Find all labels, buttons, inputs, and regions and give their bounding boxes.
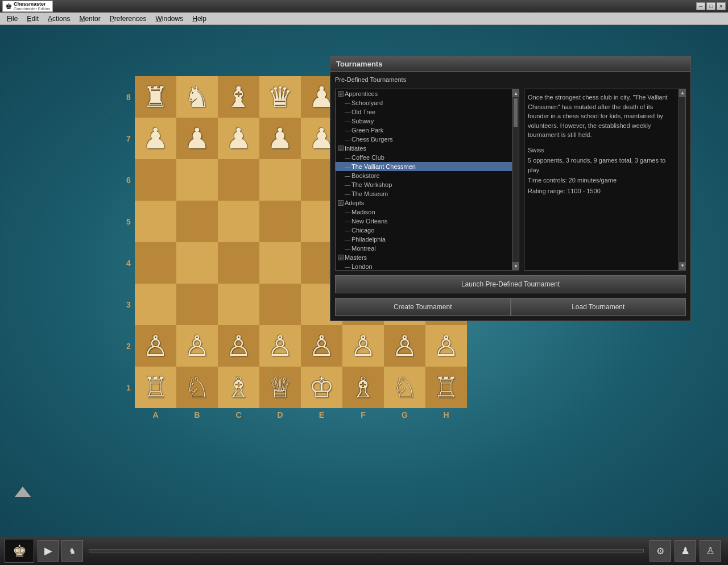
piece-h2: ♙ [433,332,459,360]
play-button[interactable]: ▶ [38,540,59,562]
tree-item-valiant-chessmen[interactable]: — The Valliant Chessmen [336,162,519,171]
tree-item-chess-burgers[interactable]: — Chess Burgers [336,135,519,144]
info-scrollbar[interactable]: ▲ ▼ [679,89,685,270]
status-right-icons: ⚙ ♟ ♙ [650,540,721,562]
tree-item-workshop[interactable]: — The Workshop [336,180,519,189]
piece-d8: ♛ [267,83,293,111]
tree-item-madison-label: Madison [351,209,375,215]
load-tournament-button[interactable]: Load Tournament [511,298,686,316]
tree-item-new-orleans-label: New Orleans [351,218,388,225]
cell-d4 [259,242,301,284]
tree-item-bookstore[interactable]: — Bookstore [336,171,519,180]
board-row-1: 1 ♖ ♘ ♗ ♕ ♔ ♗ ♘ ♖ [122,367,495,408]
close-button[interactable]: ✕ [717,2,726,10]
tree-item-chicago[interactable]: — Chicago [336,226,519,235]
app-subtitle: Grandmaster Edition [14,7,50,11]
cell-d1: ♕ [259,367,301,408]
tree-item-old-tree-label: Old Tree [351,109,375,115]
file-h: H [425,408,467,419]
minimize-button[interactable]: ─ [696,2,705,10]
rank-label-5: 5 [122,201,135,242]
piece-b2: ♙ [184,332,210,360]
menu-mentor[interactable]: Mentor [75,14,105,24]
tree-item-london[interactable]: — London [336,262,519,271]
predefined-label: Pre-Defined Tournaments [335,76,686,83]
expander-adepts[interactable]: - [338,200,344,206]
expander-initiates[interactable]: - [338,146,344,151]
info-opponents: 5 opponents, 3 rounds, 9 games total, 3 … [528,156,674,175]
cell-a5 [135,201,176,242]
piece-d2: ♙ [267,332,293,360]
piece-b8: ♞ [184,83,210,111]
logo-king-icon: ♚ [5,2,13,11]
tree-item-subway[interactable]: — Subway [336,117,519,126]
pawn-icon-button[interactable]: ♙ [700,540,721,562]
tree-item-philadelphia[interactable]: — Philadelphia [336,235,519,244]
tree-item-new-orleans[interactable]: — New Orleans [336,217,519,226]
cell-c1: ♗ [218,367,259,408]
piece-a1: ♖ [143,373,168,402]
cell-d5 [259,201,301,242]
file-g: G [384,408,425,419]
tree-item-montreal[interactable]: — Montreal [336,244,519,253]
menu-windows[interactable]: Windows [151,14,188,24]
piece-e1: ♔ [309,373,334,402]
tree-item-old-tree[interactable]: — Old Tree [336,107,519,117]
cell-b4 [176,242,218,284]
rank-label-8: 8 [122,76,135,118]
piece-c1: ♗ [226,373,251,402]
tree-item-madison[interactable]: — Madison [336,207,519,217]
launch-tournament-button[interactable]: Launch Pre-Defined Tournament [335,275,686,293]
app-title: Chessmaster [14,2,50,7]
tree-item-museum[interactable]: — The Museum [336,189,519,198]
info-scroll-up-button[interactable]: ▲ [679,89,686,97]
expander-masters[interactable]: - [338,255,344,260]
tree-item-coffee-club[interactable]: — Coffee Club [336,153,519,162]
piece-f1: ♗ [350,373,376,402]
board-row-2: 2 ♙ ♙ ♙ ♙ ♙ ♙ ♙ ♙ [122,325,495,367]
tree-group-apprentices-label: Apprentices [345,90,378,97]
tree-group-initiates-label: Initiates [345,145,366,152]
info-scroll-down-button[interactable]: ▼ [679,262,686,270]
panel-toggle-arrow[interactable] [15,487,31,497]
tree-scrollbar[interactable]: ▲ ▼ [512,89,519,270]
piece-icon-button[interactable]: ♟ [675,540,696,562]
tree-scroll-up-button[interactable]: ▲ [512,89,519,97]
menu-edit[interactable]: Edit [22,14,43,24]
cell-e2: ♙ [301,325,342,367]
cell-c2: ♙ [218,325,259,367]
tree-item-green-park[interactable]: — Green Park [336,126,519,135]
menu-file[interactable]: File [2,14,22,24]
file-f: F [342,408,384,419]
menu-actions[interactable]: Actions [43,14,75,24]
file-c: C [218,408,259,419]
knight-button[interactable]: ♞ [61,540,83,562]
menu-help[interactable]: Help [188,14,211,24]
tree-group-adepts-label: Adepts [345,200,364,206]
tree-group-adepts[interactable]: - Adepts [336,198,519,207]
piece-b1: ♘ [184,373,210,402]
cell-b5 [176,201,218,242]
piece-b7: ♟ [184,124,210,153]
cell-d2: ♙ [259,325,301,367]
maximize-button[interactable]: □ [706,2,715,10]
tree-group-apprentices[interactable]: - Apprentices [336,89,519,98]
menu-preferences[interactable]: Preferences [105,14,151,24]
tree-item-green-park-label: Green Park [351,127,383,134]
expander-apprentices[interactable]: - [338,91,344,97]
status-piece-icon: ♚ [5,539,34,563]
tournament-tree[interactable]: - Apprentices — Schoolyard — Old Tree — … [335,89,519,271]
cell-a3 [135,284,176,325]
create-tournament-button[interactable]: Create Tournament [335,298,511,316]
cell-b2: ♙ [176,325,218,367]
title-bar-controls: ─ □ ✕ [696,2,726,10]
tree-item-schoolyard[interactable]: — Schoolyard [336,98,519,107]
tree-group-initiates[interactable]: - Initiates [336,144,519,153]
tree-group-masters[interactable]: - Masters [336,253,519,262]
settings-icon-button[interactable]: ⚙ [650,540,671,562]
tree-scroll-down-button[interactable]: ▼ [512,262,519,270]
tree-scroll-thumb[interactable] [514,98,518,127]
cell-b6 [176,159,218,201]
dialog-panels: - Apprentices — Schoolyard — Old Tree — … [335,89,686,271]
cell-a7: ♟ [135,118,176,159]
